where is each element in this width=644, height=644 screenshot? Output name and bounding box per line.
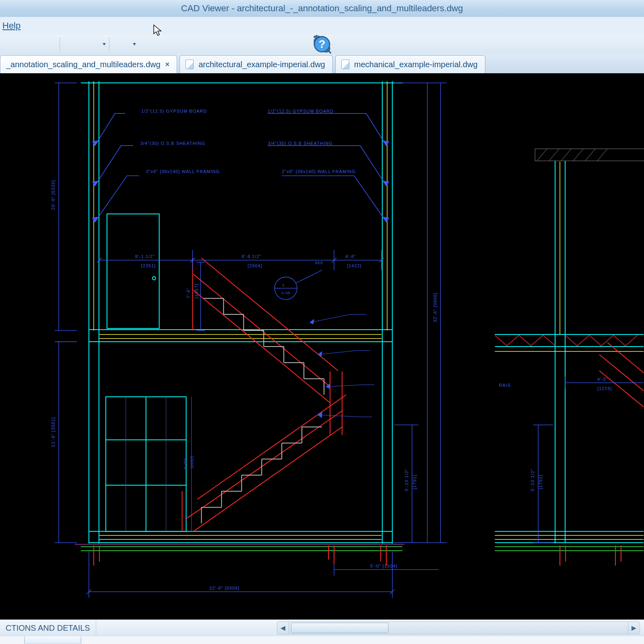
svg-line-50 <box>193 427 342 532</box>
dimension: [1791] <box>538 475 543 489</box>
svg-marker-83 <box>383 181 389 186</box>
annotation: 3/4"(30) O.S.B SHEATHING <box>268 141 332 146</box>
annotation: RAIS <box>499 383 511 388</box>
tab-label: _annotation_scaling_and_multileaders.dwg <box>6 60 161 69</box>
tab-label: architectural_example-imperial.dwg <box>198 60 325 69</box>
cad-drawing: 1/2"(12.5) GYPSUM BOARD 3/4"(30) O.S.B S… <box>0 73 644 620</box>
svg-line-132 <box>549 149 559 161</box>
scroll-right-icon[interactable]: ► <box>628 622 640 634</box>
svg-marker-80 <box>93 181 98 186</box>
dimension: 8'-1 1/2" <box>135 254 155 259</box>
dimension: 4'-0" <box>597 377 608 382</box>
svg-line-133 <box>561 149 571 161</box>
menu-help[interactable]: Help <box>2 21 21 31</box>
tab-document-active[interactable]: _annotation_scaling_and_multileaders.dwg… <box>0 55 177 73</box>
sheet-tab-bar <box>0 636 644 644</box>
dimension: 32'-6" [9906] <box>433 293 438 322</box>
help-icon[interactable]: ? <box>113 36 129 52</box>
svg-marker-84 <box>383 217 389 222</box>
dimension: 5'-10 1/2" <box>530 469 535 491</box>
dimension: [1057] <box>194 284 199 299</box>
svg-rect-37 <box>107 214 159 328</box>
svg-marker-82 <box>383 141 389 146</box>
svg-line-131 <box>537 149 547 161</box>
close-icon[interactable]: × <box>165 60 170 69</box>
svg-point-38 <box>153 277 156 280</box>
horizontal-scrollbar[interactable]: ◄ ► <box>277 621 640 634</box>
dimension: 11'-9" [3581] <box>51 417 56 447</box>
document-tabstrip: _annotation_scaling_and_multileaders.dwg… <box>0 54 644 74</box>
svg-marker-120 <box>310 319 314 324</box>
menubar: Help <box>0 17 644 35</box>
titlebar: CAD Viewer - architectural_-_annotation_… <box>0 0 644 17</box>
svg-line-149 <box>599 355 644 391</box>
annotation: 1/2"(12.5) GYPSUM BOARD <box>268 109 333 114</box>
callout-num: 1 <box>282 283 285 287</box>
status-bar: CTIONS AND DETAILS ◄ ► <box>0 619 644 636</box>
dimension: [2032] <box>190 456 194 469</box>
tab-document[interactable]: mechanical_example-imperial.dwg <box>335 55 485 73</box>
tab-label: mechanical_example-imperial.dwg <box>354 60 478 69</box>
svg-rect-130 <box>535 149 644 161</box>
callout-label: SEE <box>315 260 323 265</box>
svg-line-47 <box>201 258 338 371</box>
svg-line-52 <box>197 395 346 500</box>
dimension: [2604] <box>248 263 262 268</box>
annotation: 1/2"(12.5) GYPSUM BOARD <box>141 109 207 114</box>
dimension: 7'-6" <box>186 287 191 298</box>
annotation: 3/4"(30) O.S.B SHEATHING <box>140 141 205 146</box>
annotation: 2"x8" [38x140] WALL FRAMING <box>282 169 355 174</box>
dimension: 4'-8" <box>345 254 356 259</box>
app-title: CAD Viewer - architectural_-_annotation_… <box>181 3 463 14</box>
drawing-canvas[interactable]: 1/2"(12.5) GYPSUM BOARD 3/4"(30) O.S.B S… <box>0 73 644 620</box>
callout-sheet: A-05 <box>281 291 291 295</box>
dimension: [1791] <box>412 475 417 489</box>
dimension: [2351] <box>141 263 156 268</box>
svg-line-136 <box>597 149 607 161</box>
svg-line-45 <box>193 290 330 403</box>
svg-marker-81 <box>93 217 98 222</box>
dimension: 5'-0" [1504] <box>370 564 397 568</box>
sheet-tab[interactable] <box>24 636 81 644</box>
svg-marker-121 <box>318 351 322 356</box>
dimension: 6'-00" <box>183 458 187 469</box>
document-icon <box>341 60 349 69</box>
annotation: 2"x8" [38x140] WALL FRAMING <box>146 169 220 174</box>
tab-document[interactable]: architectural_example-imperial.dwg <box>180 55 333 73</box>
document-icon <box>186 60 194 69</box>
panel-label[interactable]: CTIONS AND DETAILS <box>0 620 96 636</box>
svg-text:?: ? <box>319 38 326 50</box>
dimension: 8'-8 1/2" <box>242 254 261 259</box>
dimension: 22'-8" [6909] <box>209 586 239 590</box>
dimension: 5'-10 1/2" <box>404 469 409 491</box>
dimension: [1422] <box>347 263 362 268</box>
scroll-left-icon[interactable]: ◄ <box>277 622 289 634</box>
svg-line-134 <box>573 149 583 161</box>
dimension: [1219] <box>597 386 612 391</box>
svg-line-151 <box>607 343 644 373</box>
svg-marker-79 <box>93 141 98 146</box>
scroll-thumb[interactable] <box>291 623 388 633</box>
toolbar: + − ? <box>0 35 644 54</box>
svg-line-135 <box>585 149 595 161</box>
dimension: 20'-8" [6326] <box>51 180 56 210</box>
